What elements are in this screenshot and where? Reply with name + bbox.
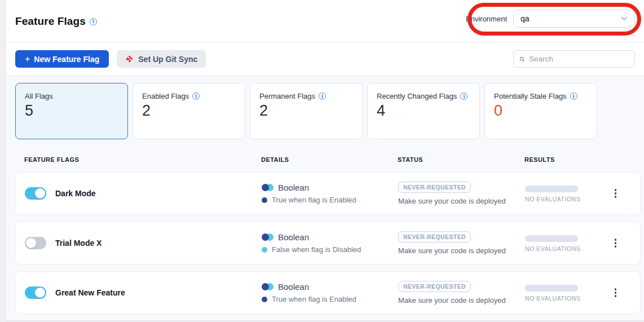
table-header: FEATURE FLAGS DETAILS STATUS RESULTS: [15, 156, 641, 163]
page-title-info-icon[interactable]: i: [90, 18, 97, 25]
flag-toggle[interactable]: [25, 237, 46, 249]
stat-card-permanent-flags[interactable]: Permanent Flags i 2: [250, 83, 363, 139]
stat-value: 0: [494, 102, 588, 120]
stat-card-all-flags[interactable]: All Flags 5: [15, 83, 128, 139]
stat-value: 2: [142, 102, 236, 120]
status-badge: NEVER-REQUESTED: [398, 182, 471, 193]
boolean-type-icon: [262, 233, 274, 241]
page-header: Feature Flags i Environment qa: [6, 0, 644, 42]
stat-value: 2: [259, 102, 353, 120]
stat-cards: All Flags 5 Enabled Flags i 2 Permanent …: [6, 76, 644, 139]
search-icon: [519, 55, 525, 63]
flag-toggle[interactable]: [25, 187, 46, 200]
environment-select[interactable]: qa: [513, 10, 635, 28]
info-icon[interactable]: i: [319, 92, 326, 100]
collapsed-sidebar-edge: [0, 0, 6, 322]
info-icon[interactable]: i: [460, 92, 467, 100]
evaluations-bar: [525, 285, 578, 292]
flag-toggle[interactable]: [25, 286, 46, 299]
stat-card-potentially-stale-flags[interactable]: Potentially Stale Flags i 0: [484, 83, 597, 139]
evaluations-bar: [525, 186, 578, 192]
column-header-feature-flags: FEATURE FLAGS: [15, 156, 261, 163]
row-menu-kebab-icon[interactable]: [611, 236, 620, 250]
stat-label: Potentially Stale Flags: [494, 92, 567, 100]
stat-value: 4: [377, 102, 470, 120]
stat-value: 5: [25, 102, 118, 120]
row-menu-kebab-icon[interactable]: [611, 187, 620, 200]
page-title: Feature Flags: [15, 15, 86, 28]
flag-type: Boolean: [278, 232, 309, 242]
evaluations-text: NO EVALUATIONS: [525, 245, 580, 252]
flag-detail: False when flag is Disabled: [272, 245, 361, 254]
toolbar: + New Feature Flag Set Up Git Sync: [6, 42, 644, 76]
boolean-type-icon: [262, 283, 274, 290]
flag-name[interactable]: Great New Feature: [55, 288, 125, 297]
info-icon[interactable]: i: [192, 92, 200, 100]
plus-icon: +: [25, 54, 30, 64]
table-row: Great New Feature Boolean True when flag…: [15, 271, 641, 314]
status-text: Make sure your code is deployed: [398, 296, 506, 305]
stat-label: Permanent Flags: [259, 92, 315, 100]
search-box[interactable]: [513, 50, 635, 68]
evaluations-bar: [525, 235, 578, 242]
stat-card-enabled-flags[interactable]: Enabled Flags i 2: [133, 83, 245, 139]
git-icon: [125, 55, 134, 63]
table-row: Trial Mode X Boolean False when flag is …: [15, 222, 641, 264]
stat-label: All Flags: [25, 92, 53, 100]
new-feature-flag-button[interactable]: + New Feature Flag: [15, 50, 109, 68]
flag-name[interactable]: Dark Mode: [55, 189, 96, 198]
environment-label: Environment: [466, 15, 507, 23]
evaluations-text: NO EVALUATIONS: [525, 196, 580, 202]
status-text: Make sure your code is deployed: [398, 197, 506, 205]
flag-type: Boolean: [278, 183, 309, 192]
stat-label: Enabled Flags: [142, 92, 189, 100]
column-header-status: STATUS: [398, 156, 524, 163]
evaluations-text: NO EVALUATIONS: [525, 295, 580, 302]
status-badge: NEVER-REQUESTED: [398, 231, 471, 242]
detail-dot-icon: [262, 297, 267, 302]
environment-value: qa: [521, 14, 530, 23]
stat-label: Recently Changed Flags: [377, 92, 457, 100]
row-menu-kebab-icon[interactable]: [611, 286, 620, 299]
stat-card-recently-changed-flags[interactable]: Recently Changed Flags i 4: [367, 83, 480, 139]
search-input[interactable]: [529, 55, 629, 63]
detail-dot-icon: [262, 197, 267, 203]
detail-dot-icon: [262, 247, 267, 253]
status-badge: NEVER-REQUESTED: [398, 281, 471, 292]
boolean-type-icon: [262, 184, 274, 191]
flag-detail: True when flag is Enabled: [272, 196, 356, 204]
column-header-results: RESULTS: [524, 156, 641, 163]
flag-detail: True when flag is Enabled: [272, 295, 356, 303]
column-header-details: DETAILS: [261, 156, 398, 163]
flag-name[interactable]: Trial Mode X: [55, 239, 102, 248]
flag-type: Boolean: [278, 282, 309, 292]
info-icon[interactable]: i: [570, 92, 577, 100]
git-sync-button[interactable]: Set Up Git Sync: [117, 50, 206, 68]
chevron-down-icon: [621, 16, 628, 21]
table-row: Dark Mode Boolean True when flag is Enab…: [15, 172, 641, 215]
status-text: Make sure your code is deployed: [398, 246, 506, 255]
